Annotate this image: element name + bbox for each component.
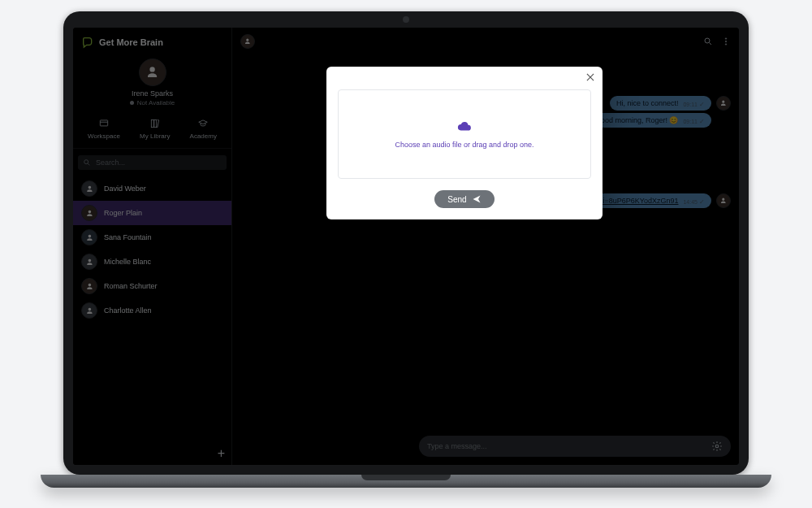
current-user-status: Not Available	[130, 99, 175, 106]
my-library-icon	[149, 118, 161, 129]
person-icon	[719, 99, 728, 107]
add-button[interactable]: +	[218, 447, 225, 460]
person-icon	[145, 64, 160, 80]
svg-rect-2	[154, 119, 157, 127]
message-composer[interactable]	[419, 436, 731, 457]
message-time: 09:11	[683, 102, 698, 107]
contact-avatar	[81, 180, 97, 197]
message-stack: Hi, nice to connect!09:11Good morning, R…	[589, 96, 711, 128]
person-icon	[85, 258, 94, 267]
message-text: Hi, nice to connect!	[616, 99, 679, 107]
message-meta: 09:11	[683, 118, 705, 125]
kebab-menu-icon[interactable]	[721, 37, 731, 46]
current-user-name: Irene Sparks	[132, 89, 173, 98]
search-input[interactable]	[96, 158, 222, 167]
contact-name: David Weber	[104, 185, 146, 193]
person-icon	[719, 197, 728, 205]
audio-dropzone[interactable]: Choose an audio file or drag and drop on…	[338, 89, 591, 179]
person-icon	[85, 282, 94, 291]
contact-avatar	[81, 205, 97, 221]
search-icon	[83, 158, 91, 167]
contact-item[interactable]: David Weber	[73, 176, 231, 201]
contact-avatar	[81, 302, 97, 319]
contact-item[interactable]: Roman Schurter	[73, 274, 231, 298]
tab-workspace[interactable]: Workspace	[88, 118, 120, 140]
message-row: Hi, nice to connect!09:11Good morning, R…	[589, 96, 731, 128]
contact-item[interactable]: Charlotte Allen	[73, 298, 231, 323]
contact-avatar	[81, 278, 97, 294]
contact-item[interactable]: Sana Fountain	[73, 225, 231, 250]
tab-label: Workspace	[88, 132, 120, 140]
person-icon	[85, 185, 94, 193]
close-icon[interactable]	[585, 72, 596, 83]
contact-list: David WeberRoger PlainSana FountainMiche…	[73, 176, 231, 465]
svg-point-6	[725, 41, 727, 42]
read-tick-icon	[699, 118, 705, 125]
contact-name: Roman Schurter	[104, 282, 158, 290]
person-icon	[85, 233, 94, 242]
message-text: Good morning, Roger!	[595, 116, 667, 124]
sidebar: Get More Brain Irene Sparks Not Availabl…	[73, 28, 232, 465]
contact-item[interactable]: Roger Plain	[73, 201, 231, 225]
message-avatar	[716, 96, 731, 111]
read-tick-icon	[699, 101, 705, 108]
message-time: 09:11	[683, 119, 698, 124]
person-icon	[85, 209, 94, 218]
svg-point-5	[725, 38, 727, 40]
message-meta: 09:11	[683, 101, 705, 108]
contact-name: Roger Plain	[104, 209, 142, 217]
contact-name: Charlotte Allen	[104, 306, 152, 315]
send-button[interactable]: Send	[434, 190, 494, 208]
tab-label: Academy	[190, 132, 217, 140]
message-time: 14:45	[683, 199, 698, 205]
brand-title: Get More Brain	[99, 37, 163, 47]
contact-name: Sana Fountain	[104, 233, 152, 241]
svg-point-4	[705, 38, 710, 43]
person-icon	[244, 37, 252, 46]
dropzone-text: Choose an audio file or drag and drop on…	[395, 141, 533, 149]
svg-point-8	[715, 445, 719, 448]
send-button-label: Send	[447, 195, 466, 204]
brand-logo-icon	[81, 36, 94, 49]
svg-point-3	[84, 160, 89, 164]
person-icon	[85, 306, 94, 315]
contact-name: Michelle Blanc	[104, 258, 151, 266]
contact-avatar	[81, 229, 97, 245]
contact-avatar	[81, 254, 97, 270]
academy-icon	[197, 118, 209, 129]
svg-rect-0	[100, 120, 107, 126]
emoji: 😊	[669, 116, 678, 124]
chat-header-avatar[interactable]	[240, 34, 255, 49]
tab-academy[interactable]: Academy	[190, 118, 217, 140]
chat-header	[232, 28, 739, 55]
message-bubble: Good morning, Roger! 😊09:11	[589, 113, 711, 128]
current-user-avatar[interactable]	[139, 59, 166, 86]
sidebar-tabs: WorkspaceMy LibraryAcademy	[73, 115, 231, 149]
chat-header-actions	[703, 37, 731, 46]
contact-item[interactable]: Michelle Blanc	[73, 250, 231, 274]
tab-label: My Library	[140, 132, 170, 140]
send-icon	[472, 194, 482, 204]
message-avatar	[716, 193, 731, 208]
svg-point-7	[725, 44, 727, 46]
workspace-icon	[98, 118, 110, 129]
search-icon[interactable]	[703, 37, 713, 46]
message-bubble: Hi, nice to connect!09:11	[610, 96, 711, 111]
search-bar[interactable]	[78, 155, 227, 170]
laptop-base	[41, 475, 771, 488]
cloud-upload-icon	[457, 119, 472, 134]
composer-options-icon[interactable]	[711, 441, 723, 452]
message-meta: 14:45	[683, 198, 705, 206]
upload-audio-modal: Choose an audio file or drag and drop on…	[326, 67, 603, 219]
svg-rect-1	[151, 119, 153, 127]
app-screen: Get More Brain Irene Sparks Not Availabl…	[73, 28, 739, 465]
current-user: Irene Sparks Not Available	[73, 54, 231, 115]
brand: Get More Brain	[73, 28, 231, 54]
tab-my-library[interactable]: My Library	[140, 118, 170, 140]
read-tick-icon	[699, 198, 705, 206]
composer-input[interactable]	[427, 442, 705, 450]
laptop-lid: Get More Brain Irene Sparks Not Availabl…	[63, 11, 749, 475]
